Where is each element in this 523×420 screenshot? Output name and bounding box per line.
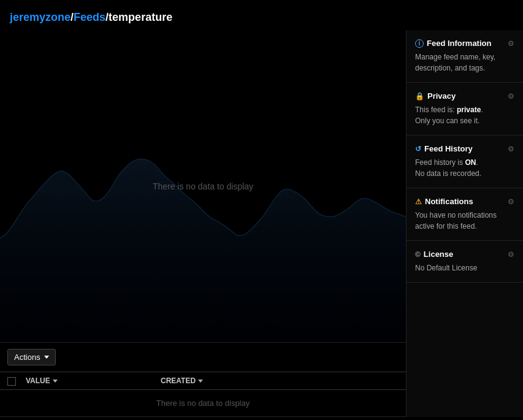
actions-label: Actions (14, 353, 40, 362)
copyright-icon: © (415, 250, 421, 259)
table-no-data-text: There is no data to display (0, 390, 406, 417)
breadcrumb: jeremyzone/Feeds/temperature (0, 0, 523, 30)
feed-info-body: Manage feed name, key, description, and … (415, 52, 514, 74)
main-layout: There is no data to display Actions VALU… (0, 30, 523, 417)
feed-history-body: Feed history is ON. No data is recorded. (415, 157, 514, 179)
license-title: License (424, 250, 453, 259)
feed-history-title: Feed History (424, 144, 473, 153)
chart-no-data-text: There is no data to display (153, 181, 253, 191)
feed-history-gear-icon[interactable]: ⚙ (508, 145, 514, 153)
sidebar-section-license: © License ⚙ No Default License (407, 241, 523, 283)
privacy-title-row: 🔒 Privacy ⚙ (415, 91, 514, 101)
privacy-gear-icon[interactable]: ⚙ (508, 92, 514, 101)
feed-info-gear-icon[interactable]: ⚙ (508, 39, 514, 48)
privacy-body: This feed is: private. Only you can see … (415, 104, 514, 126)
table-area: Actions VALUE CREATED There is no data t… (0, 342, 406, 417)
feed-history-title-row: ↺ Feed History ⚙ (415, 144, 514, 153)
bell-icon: ⚠ (415, 197, 422, 206)
notifications-body: You have no notifications active for thi… (415, 210, 514, 232)
license-gear-icon[interactable]: ⚙ (508, 250, 514, 259)
value-column-label: VALUE (26, 376, 50, 385)
table-header: VALUE CREATED (0, 372, 406, 390)
created-sort-icon (198, 380, 203, 383)
column-header-created[interactable]: CREATED (161, 376, 399, 385)
history-icon: ↺ (415, 145, 421, 153)
notifications-title: Notifications (425, 197, 473, 206)
feed-info-title-row: i Feed Information ⚙ (415, 39, 514, 48)
notifications-title-row: ⚠ Notifications ⚙ (415, 197, 514, 206)
feed-info-title: Feed Information (427, 39, 491, 48)
breadcrumb-user[interactable]: jeremyzone (10, 11, 71, 23)
license-body: No Default License (415, 262, 514, 273)
lock-icon: 🔒 (415, 92, 424, 101)
sidebar-section-feed-history: ↺ Feed History ⚙ Feed history is ON. No … (407, 136, 523, 188)
chart-area: There is no data to display (0, 30, 406, 342)
breadcrumb-feeds[interactable]: Feeds (74, 11, 105, 23)
sidebar-section-privacy: 🔒 Privacy ⚙ This feed is: private. Only … (407, 83, 523, 136)
sidebar-section-feed-info: i Feed Information ⚙ Manage feed name, k… (407, 30, 523, 83)
created-column-label: CREATED (161, 376, 196, 385)
license-title-row: © License ⚙ (415, 250, 514, 259)
breadcrumb-feed: temperature (109, 11, 172, 23)
select-all-checkbox-cell (7, 376, 26, 386)
left-panel: There is no data to display Actions VALU… (0, 30, 407, 417)
column-header-value[interactable]: VALUE (26, 376, 161, 385)
actions-caret-icon (44, 356, 49, 359)
sidebar-section-notifications: ⚠ Notifications ⚙ You have no notificati… (407, 188, 523, 241)
value-sort-icon (53, 380, 58, 383)
notifications-gear-icon[interactable]: ⚙ (508, 197, 514, 206)
right-sidebar: i Feed Information ⚙ Manage feed name, k… (407, 30, 523, 417)
select-all-checkbox[interactable] (7, 377, 16, 386)
actions-button[interactable]: Actions (7, 349, 56, 365)
privacy-title: Privacy (427, 91, 456, 101)
actions-bar: Actions (0, 343, 406, 372)
info-icon: i (415, 39, 424, 48)
